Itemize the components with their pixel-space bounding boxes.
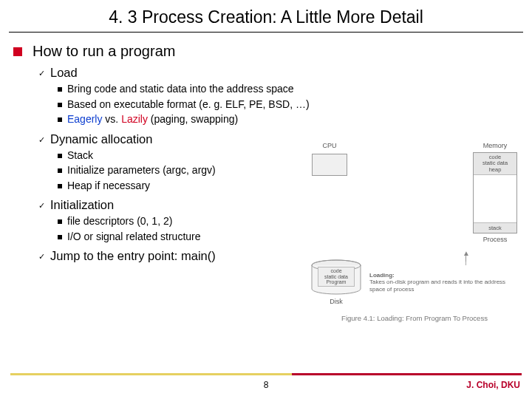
square-icon xyxy=(58,154,62,158)
mem-top-segment: code static data heap xyxy=(474,153,516,175)
square-icon xyxy=(58,168,62,173)
footer: 8 J. Choi, DKU xyxy=(0,374,532,392)
disk-program-box: code static data Program xyxy=(318,267,355,287)
section-load: ✓ Load Bring code and static data into t… xyxy=(38,66,519,126)
item-text: Eagerly vs. Lazily (paging, swapping) xyxy=(67,113,238,126)
author-credit: J. Choi, DKU xyxy=(466,380,520,390)
list-item: Bring code and static data into the addr… xyxy=(58,83,519,96)
cpu-box-icon xyxy=(312,154,347,176)
item-text: Stack xyxy=(67,149,93,163)
section-label: Load xyxy=(50,66,78,80)
process-label: Process xyxy=(473,236,517,243)
item-text: Bring code and static data into the addr… xyxy=(67,83,294,96)
square-icon xyxy=(58,87,62,92)
list-item: Eagerly vs. Lazily (paging, swapping) xyxy=(58,113,519,126)
section-label: Jump to the entry point: main() xyxy=(50,249,216,263)
loading-text: Takes on-disk program and reads it into … xyxy=(369,279,505,293)
list-item: Based on executable format (e. g. ELF, P… xyxy=(58,98,519,112)
cpu-label: CPU xyxy=(312,142,347,149)
check-icon: ✓ xyxy=(38,252,45,262)
figure-caption: Figure 4.1: Loading: From Program To Pro… xyxy=(307,314,522,322)
check-icon: ✓ xyxy=(38,135,45,145)
main-heading: How to run a program xyxy=(33,43,175,60)
page-number: 8 xyxy=(0,380,532,390)
section-label: Initialization xyxy=(50,198,114,212)
loading-annotation: Loading: Takes on-disk program and reads… xyxy=(369,272,519,293)
item-text: Based on executable format (e. g. ELF, P… xyxy=(67,98,310,112)
slide-title: 4. 3 Process Creation: A Little More Det… xyxy=(9,0,523,33)
item-text: file descriptors (0, 1, 2) xyxy=(67,215,172,228)
divider-bar-icon xyxy=(10,373,522,375)
memory-box-icon: code static data heap stack xyxy=(473,152,517,233)
memory-label: Memory xyxy=(473,142,517,149)
cpu-block: CPU xyxy=(312,142,347,176)
item-text: Initialize parameters (argc, argv) xyxy=(67,164,216,177)
loading-title: Loading: xyxy=(369,272,395,279)
disk-block: code static data Program Disk xyxy=(310,259,362,305)
disk-label: Disk xyxy=(310,298,362,305)
item-text: I/O or signal related structure xyxy=(67,231,201,244)
square-icon xyxy=(58,184,62,188)
square-icon xyxy=(58,219,62,224)
heading-row: How to run a program xyxy=(13,43,519,60)
check-icon: ✓ xyxy=(38,69,45,78)
lazily-word: Lazily xyxy=(121,113,148,125)
arrow-up-icon: ▲││ xyxy=(463,251,470,262)
square-bullet-icon xyxy=(13,47,22,56)
item-text: Heap if necessary xyxy=(67,180,150,193)
square-icon xyxy=(58,235,62,239)
memory-block: Memory code static data heap stack Proce… xyxy=(473,142,517,243)
figure-diagram: CPU Memory code static data heap stack P… xyxy=(307,142,522,322)
square-icon xyxy=(58,103,62,107)
eagerly-word: Eagerly xyxy=(67,113,102,125)
square-icon xyxy=(58,117,62,122)
section-label: Dynamic allocation xyxy=(50,132,152,146)
check-icon: ✓ xyxy=(38,201,45,211)
mem-bot-segment: stack xyxy=(474,222,516,233)
